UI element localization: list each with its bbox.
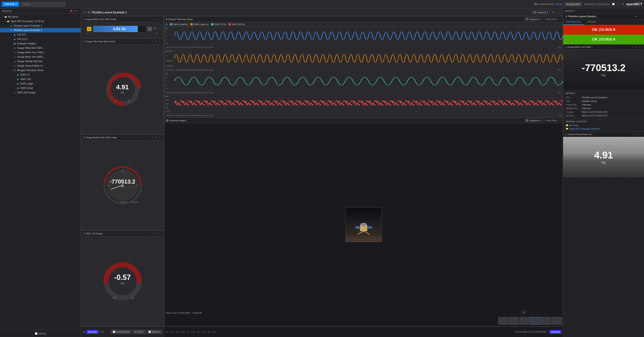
sidebar-item-gauge-horz[interactable]: ▸ ◎ Gauge Meter Horz SWG... (0, 50, 81, 55)
mini-gauge-content: -770513.2 Hz (563, 50, 644, 90)
gauge-horz-content: ! 4.91 Hz ! ⚙ -5 4. (81, 22, 164, 38)
more-button[interactable]: ⋯ (558, 17, 561, 21)
rewind-icon[interactable]: ⟲ (83, 330, 85, 334)
svg-rect-19 (174, 26, 563, 45)
sidebar-item-swg100[interactable]: ▸ ◉ SWG 100 (0, 77, 81, 82)
chevron-down-icon: ▾ (539, 18, 540, 20)
sidebar-item-swg-large[interactable]: ▸ ◉ SWG Large (0, 82, 81, 86)
mini-home-button[interactable]: ⌂ (631, 45, 634, 48)
sidebar-item-gauge-filled[interactable]: ▸ ◎ Gauge Filled Dial SWG ... (0, 46, 81, 50)
sidebar-item-swg10[interactable]: ▸ ◉ SWG 10 (0, 72, 81, 77)
utc-button[interactable]: ◎ UTC ▾ (132, 330, 145, 334)
detail-row-created-by: Created By Unknown (566, 103, 642, 106)
sidebar-item-gauge-vertical[interactable]: ▸ ◎ Gauge Vertical Meter In... (0, 64, 81, 68)
mini-expand-button[interactable]: ⤢ (635, 45, 638, 48)
thumbnail-5[interactable] (541, 317, 551, 325)
sidebar-item-cw2102[interactable]: ▸ ◉ CW 210 2 (0, 37, 81, 41)
camera-icon: 📷 (526, 119, 528, 122)
clear-data-button[interactable]: CLEAR DATA (564, 2, 582, 6)
home-button[interactable]: ⌂ (151, 18, 154, 21)
expand-button[interactable]: ⤢ (154, 136, 158, 139)
gauge-icon: ◎ (565, 133, 566, 136)
more-button[interactable]: ⋯ (158, 232, 162, 235)
thumbnail-1[interactable] (498, 317, 508, 325)
duration-button[interactable]: 00:05:00 (86, 330, 98, 334)
details-tabs: PROPERTIES STYLES (563, 20, 644, 25)
settings-icon[interactable]: ⚙ (165, 27, 167, 30)
detail-row-modified: Modified 2022-11-23 17:49:14 UTC (566, 114, 642, 118)
sidebar-item-swg100-gauge[interactable]: ▸ ◎ SWG 100 Gauge (0, 90, 81, 95)
more-button[interactable]: ⋯ (558, 118, 561, 122)
layout-icon: ⊞ (565, 15, 567, 18)
warning-indicator: ! (148, 27, 152, 31)
create-chevron-icon: ▾ (16, 3, 17, 6)
edit-button[interactable]: ✏ (552, 10, 555, 14)
sidebar-item-display-layout[interactable]: ▸ ⊞ Display Layout Example 1 (0, 24, 81, 28)
sidebar-item-gauge-needle[interactable]: ▸ ◎ Gauge Needle Dial SW... (0, 59, 81, 64)
mini-more-button[interactable]: ⋯ (639, 133, 642, 136)
expand-button[interactable]: ⤢ (154, 40, 158, 43)
inspect-more-button[interactable]: ⋯ (638, 15, 642, 18)
history-tab[interactable]: 🕐 History (0, 331, 81, 336)
more-button[interactable]: ⋯ (158, 18, 162, 21)
home-button[interactable]: ⌂ (151, 232, 154, 235)
original-location-label: ORIGINAL LOCATION (566, 120, 642, 123)
home-button[interactable]: ⌂ (151, 40, 154, 43)
snapshot-button[interactable]: 📷 Snapshot ▾ (524, 118, 542, 122)
sidebar-item-swg-small[interactable]: ▸ ◉ SWG Small (0, 86, 81, 90)
mini-gauge-inv-title: Gauge Vertical Meter Inv... (568, 133, 594, 136)
layout-icon: ⊞ (88, 11, 90, 14)
expand-button[interactable]: ⤢ (154, 232, 158, 235)
thumbnail-6[interactable] (552, 317, 562, 325)
sidebar-item-merged-telemetry[interactable]: ▾ ⊞ Merged Telemetry Views (0, 68, 81, 72)
duration-display[interactable]: 00:00:30 (550, 330, 561, 334)
large-view-button[interactable]: ⤢ Large View (543, 118, 557, 122)
more-button[interactable]: ⋯ (557, 11, 560, 14)
tab-properties[interactable]: PROPERTIES (563, 20, 584, 25)
expand-button[interactable]: ⤢ (154, 18, 158, 21)
fullscreen-icon[interactable]: ⊡ (622, 3, 624, 6)
play-icon[interactable]: ▶ (166, 23, 168, 26)
play-pause-button[interactable]: ⏸ (521, 310, 526, 314)
panel-actions: ⌂ ⤢ ⋯ (151, 136, 162, 139)
thumbnail-2[interactable] (509, 317, 519, 325)
settings-icon[interactable]: ⚙ (165, 50, 167, 53)
more-button[interactable]: ⋯ (158, 40, 162, 43)
snapshot-button[interactable]: 📷 Snapshot ▾ (524, 17, 542, 21)
detail-row-modified-by: Modified By Unknown (566, 106, 642, 110)
tab-styles[interactable]: STYLES (584, 20, 599, 25)
back-icon[interactable]: ↩ (84, 11, 86, 14)
settings-icon[interactable]: ⚙ (165, 96, 167, 98)
settings-icon[interactable]: ⚙ (165, 73, 167, 76)
more-button[interactable]: ⋯ (158, 136, 162, 139)
location-item-my-items[interactable]: 📁 My Items (566, 124, 642, 127)
sidebar-item-gauge-vert[interactable]: ▸ ◎ Gauge Meter Vert SWG... (0, 55, 81, 59)
sidebar-item-example-imagery[interactable]: ▸ 🖼 Example Imagery (0, 41, 81, 46)
sidebar-pin-icon[interactable]: 📌 (70, 10, 72, 12)
bus-b-indicator[interactable]: CW_210 BUS B (563, 25, 644, 35)
sidebar-collapse-icon[interactable]: − (78, 10, 79, 12)
large-view-button[interactable]: ⤢ Large View (543, 17, 557, 21)
sidebar-sync-icon[interactable]: ⟳ (74, 10, 76, 12)
snapshot-button[interactable]: 📷 Snapshot ▾ (531, 10, 550, 14)
home-button[interactable]: ⌂ (151, 136, 154, 139)
sidebar-item-cw210[interactable]: ▸ ◉ CW 210 (0, 32, 81, 37)
bus-a-indicator[interactable]: CW_210 BUS A (563, 35, 644, 44)
sidebar-item-my-items[interactable]: ▾ 📁 My Items (0, 14, 81, 19)
mini-more-button[interactable]: ⋯ (639, 45, 642, 48)
mini-expand-button[interactable]: ⤢ (635, 133, 638, 136)
thumbnail-4[interactable] (530, 317, 540, 325)
history-button[interactable]: 🕐 History ▾ (146, 330, 162, 334)
location-item-open-mct[interactable]: 📁 Open MCT Examples 10-05-22 (566, 127, 642, 130)
create-button[interactable]: CREATE ▾ (2, 2, 19, 7)
thumbnail-3[interactable] (520, 317, 530, 325)
snapshots-count[interactable]: 📷 0 SNAPSHOTS SHOW (534, 3, 562, 6)
local-clock-button[interactable]: 🕐 Local Clock ▾ (111, 330, 131, 334)
legend-item-swg100: SWG 100 Hz (228, 23, 245, 26)
mini-home-button[interactable]: ⌂ (631, 133, 634, 136)
sidebar-item-open-mct[interactable]: ▾ 📁 Open MCT Examples 10-05-22 (0, 19, 81, 24)
inspect-edit-button[interactable]: ✏ (634, 15, 638, 18)
swg100-gauge-content: -100 200 -0.57 Hz (81, 236, 164, 326)
search-input[interactable] (21, 2, 66, 7)
sidebar-item-flexible-layout[interactable]: ▾ ⊞ Flexible Layout Example 1 (0, 28, 81, 32)
